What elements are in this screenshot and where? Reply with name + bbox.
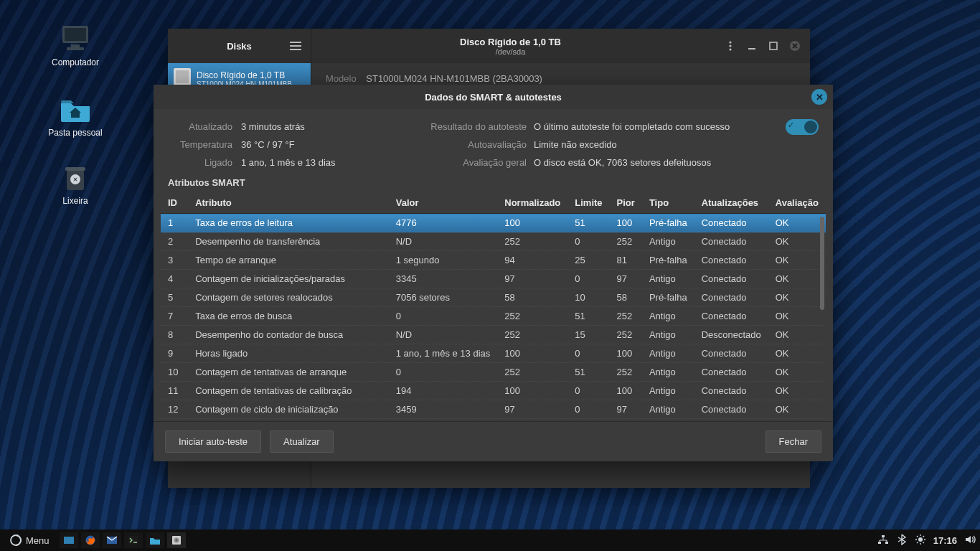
col-attribute[interactable]: Atributo <box>188 192 389 214</box>
cell-lim: 51 <box>567 214 609 232</box>
cell-type: Antigo <box>642 400 694 419</box>
cell-upd: Conectado <box>694 232 768 251</box>
brightness-icon[interactable] <box>915 534 926 547</box>
cell-norm: 100 <box>497 214 567 232</box>
cell-worst: 252 <box>610 232 642 251</box>
svg-point-22 <box>176 540 177 541</box>
volume-icon[interactable] <box>964 534 976 547</box>
table-row[interactable]: 13Taxa de erro de leitura suave01000100A… <box>161 419 826 422</box>
files-icon[interactable] <box>146 532 164 548</box>
network-icon[interactable] <box>877 534 889 547</box>
cell-val: N/D <box>389 326 498 344</box>
desktop-icon-home[interactable]: Pasta pessoal <box>36 93 115 138</box>
cell-id: 9 <box>161 344 188 363</box>
window-title: Disco Rígido de 1,0 TB <box>460 37 561 47</box>
table-row[interactable]: 12Contagem de ciclo de inicialização3459… <box>161 400 826 419</box>
refresh-button[interactable]: Atualizar <box>270 430 334 453</box>
cell-lim: 25 <box>567 251 609 270</box>
cell-attr: Taxa de erros de busca <box>188 307 389 326</box>
smart-enabled-toggle[interactable] <box>786 119 819 135</box>
cell-id: 4 <box>161 270 188 288</box>
cell-val: 1 segundo <box>389 251 498 270</box>
maximize-icon[interactable] <box>765 38 781 54</box>
col-type[interactable]: Tipo <box>642 192 694 214</box>
cell-worst: 100 <box>610 214 642 232</box>
cell-lim: 15 <box>567 326 609 344</box>
svg-rect-12 <box>748 48 755 50</box>
disks-taskbar-icon[interactable] <box>167 532 186 548</box>
col-normalized[interactable]: Normalizado <box>497 192 567 214</box>
table-row[interactable]: 4Contagem de inicializações/paradas33459… <box>161 270 826 288</box>
cell-worst: 97 <box>610 400 642 419</box>
cell-worst: 252 <box>610 363 642 382</box>
start-selftest-button[interactable]: Iniciar auto-teste <box>165 430 261 453</box>
desktop-icon-computer[interactable]: Computador <box>36 23 115 67</box>
bluetooth-icon[interactable] <box>896 534 908 547</box>
col-id[interactable]: ID <box>161 192 188 214</box>
cell-lim: 0 <box>567 232 609 251</box>
desktop-icon-trash[interactable]: Lixeira <box>36 161 115 206</box>
dialog-titlebar: Dados do SMART & autotestes ✕ <box>154 85 833 109</box>
cell-upd: Conectado <box>694 382 768 400</box>
firefox-icon[interactable] <box>81 532 100 548</box>
col-updates[interactable]: Atualizações <box>694 192 768 214</box>
table-row[interactable]: 2Desempenho de transferênciaN/D2520252An… <box>161 232 826 251</box>
cell-val: 0 <box>389 419 498 422</box>
col-assessment[interactable]: Avaliação <box>768 192 826 214</box>
cell-val: 4776 <box>389 214 498 232</box>
cell-upd: Conectado <box>694 214 768 232</box>
clock[interactable]: 17:16 <box>933 535 957 546</box>
cell-attr: Horas ligado <box>188 344 389 363</box>
table-row[interactable]: 10Contagem de tentativas de arranque0252… <box>161 363 826 382</box>
overall-assessment-label: Avaliação geral <box>405 155 527 170</box>
cell-norm: 100 <box>497 382 567 400</box>
col-value[interactable]: Valor <box>389 192 498 214</box>
overall-assessment-value: O disco está OK, 7063 setores defeituoso… <box>534 155 740 170</box>
cell-lim: 51 <box>567 307 609 326</box>
taskbar: Menu 17:16 <box>0 529 980 551</box>
svg-rect-6 <box>290 42 301 43</box>
terminal-icon[interactable] <box>124 532 143 548</box>
menu-button[interactable]: Menu <box>4 532 55 548</box>
cell-lim: 0 <box>567 400 609 419</box>
smart-summary: Atualizado 3 minutos atrás Temperatura 3… <box>154 109 833 177</box>
table-row[interactable]: 5Contagem de setores realocados7056 seto… <box>161 288 826 307</box>
self-assessment-value: Limite não excedido <box>534 137 740 152</box>
col-worst[interactable]: Pior <box>610 192 642 214</box>
cell-asses: OK <box>768 214 826 232</box>
cell-type: Antigo <box>642 232 694 251</box>
mail-icon[interactable] <box>103 532 121 548</box>
table-row[interactable]: 11Contagem de tentativas de calibração19… <box>161 382 826 400</box>
kebab-menu-icon[interactable] <box>722 38 738 54</box>
attributes-scroll[interactable]: ID Atributo Valor Normalizado Limite Pio… <box>161 192 826 421</box>
cell-worst: 252 <box>610 307 642 326</box>
cell-val: 0 <box>389 363 498 382</box>
table-row[interactable]: 1Taxa de erros de leitura477610051100Pré… <box>161 214 826 232</box>
svg-point-9 <box>729 41 731 43</box>
table-row[interactable]: 3Tempo de arranque1 segundo942581Pré-fal… <box>161 251 826 270</box>
cell-id: 12 <box>161 400 188 419</box>
selftest-result-value: O último autoteste foi completado com su… <box>534 119 740 134</box>
hamburger-menu-icon[interactable] <box>288 38 303 54</box>
cell-worst: 100 <box>610 344 642 363</box>
scrollbar-thumb[interactable] <box>820 217 824 310</box>
table-row[interactable]: 8Desempenho do contador de buscaN/D25215… <box>161 326 826 344</box>
dialog-title: Dados do SMART & autotestes <box>425 92 562 103</box>
table-row[interactable]: 9Horas ligado1 ano, 1 mês e 13 dias10001… <box>161 344 826 363</box>
show-desktop-icon[interactable] <box>60 532 78 548</box>
minimize-icon[interactable] <box>744 38 760 54</box>
cell-type: Pré-falha <box>642 288 694 307</box>
attributes-table: ID Atributo Valor Normalizado Limite Pio… <box>161 192 826 421</box>
dialog-close-icon[interactable]: ✕ <box>811 89 827 105</box>
cell-asses: OK <box>768 307 826 326</box>
col-threshold[interactable]: Limite <box>567 192 609 214</box>
cell-type: Antigo <box>642 326 694 344</box>
table-row[interactable]: 7Taxa de erros de busca025251252AntigoCo… <box>161 307 826 326</box>
close-button[interactable]: Fechar <box>765 430 821 453</box>
svg-rect-1 <box>65 28 86 41</box>
selftest-result-label: Resultado do autoteste <box>405 119 527 134</box>
close-icon[interactable] <box>787 38 803 54</box>
temperature-value: 36 °C / 97 °F <box>241 137 383 152</box>
cell-id: 8 <box>161 326 188 344</box>
window-subtitle: /dev/sda <box>496 47 526 56</box>
